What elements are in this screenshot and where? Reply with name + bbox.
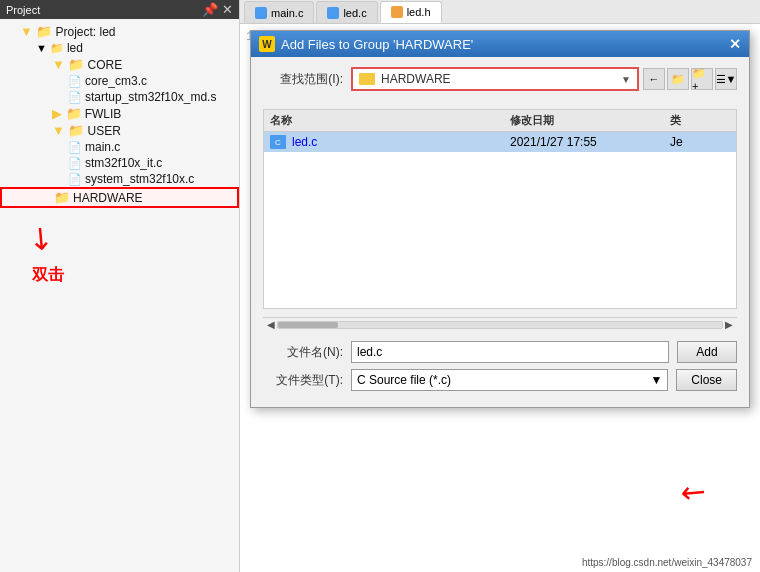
location-dropdown-arrow: ▼ xyxy=(621,74,631,85)
scroll-right[interactable]: ▶ xyxy=(723,319,735,330)
project-icon: ▼ 📁 xyxy=(20,24,52,39)
location-label: 查找范围(I): xyxy=(263,71,343,88)
dblclick-annotation: 双击 xyxy=(32,265,64,286)
watermark: https://blog.csdn.net/weixin_43478037 xyxy=(582,557,752,568)
location-bar: HARDWARE ▼ ← 📁 📁+ ☰▼ xyxy=(351,67,737,91)
location-folder: HARDWARE xyxy=(359,72,451,86)
right-arrow: ↗ xyxy=(672,473,714,516)
panel-titlebar: Project 📌 ✕ xyxy=(0,0,239,19)
scrollbar-thumb[interactable] xyxy=(278,322,338,328)
hardware-label: HARDWARE xyxy=(73,191,143,205)
fwlib-label: FWLIB xyxy=(85,107,122,121)
stm32-it-label: stm32f10x_it.c xyxy=(85,156,162,170)
tree-hardware[interactable]: 📁 HARDWARE xyxy=(0,187,239,208)
back-button[interactable]: ← xyxy=(643,68,665,90)
dialog-close-button[interactable]: ✕ xyxy=(729,36,741,52)
toolbar-icons: ← 📁 📁+ ☰▼ xyxy=(643,68,737,90)
filetype-row: 文件类型(T): C Source file (*.c) ▼ Close xyxy=(263,369,737,391)
main-c-icon: 📄 xyxy=(68,141,82,154)
project-panel: Project 📌 ✕ ▼ 📁 Project: led ▼ 📁 led ▼ 📁… xyxy=(0,0,240,572)
add-files-dialog: W Add Files to Group 'HARDWARE' ✕ 查找范围(I… xyxy=(250,30,750,408)
folder-up-button[interactable]: 📁 xyxy=(667,68,689,90)
close-panel-button[interactable]: ✕ xyxy=(222,3,233,16)
dialog-titlebar: W Add Files to Group 'HARDWARE' ✕ xyxy=(251,31,749,57)
dialog-form: 文件名(N): Add 文件类型(T): C Source file (*.c)… xyxy=(251,337,749,407)
scroll-left[interactable]: ◀ xyxy=(265,319,277,330)
view-button[interactable]: ☰▼ xyxy=(715,68,737,90)
file-row-name: led.c xyxy=(292,135,510,149)
location-value: HARDWARE xyxy=(381,72,451,86)
filetype-label: 文件类型(T): xyxy=(263,372,343,389)
project-label: Project: led xyxy=(55,25,115,39)
led-label: led xyxy=(67,41,83,55)
file-row-type: Je xyxy=(670,135,730,149)
tab-led-h-label: led.h xyxy=(407,6,431,18)
user-label: USER xyxy=(87,124,120,138)
dialog-title-text: Add Files to Group 'HARDWARE' xyxy=(281,37,473,52)
tree-user[interactable]: ▼ 📁 USER xyxy=(0,122,239,139)
tree-main-c[interactable]: 📄 main.c xyxy=(0,139,239,155)
location-folder-icon xyxy=(359,73,375,85)
file-list-header: 名称 修改日期 类 xyxy=(264,110,736,132)
main-area: main.c led.c led.h 1 W Add Files to Grou… xyxy=(240,0,760,572)
core-folder-icon: ▼ 📁 xyxy=(52,57,84,72)
dialog-title-left: W Add Files to Group 'HARDWARE' xyxy=(259,36,473,52)
filename-label: 文件名(N): xyxy=(263,344,343,361)
close-button[interactable]: Close xyxy=(676,369,737,391)
core-cm3-label: core_cm3.c xyxy=(85,74,147,88)
filetype-value: C Source file (*.c) xyxy=(357,373,451,387)
tree-led[interactable]: ▼ 📁 led xyxy=(0,40,239,56)
filename-input[interactable] xyxy=(351,341,669,363)
core-cm3-icon: 📄 xyxy=(68,75,82,88)
fwlib-icon: ▶ 📁 xyxy=(52,106,82,121)
panel-buttons: 📌 ✕ xyxy=(202,3,233,16)
file-list-body: C led.c 2021/1/27 17:55 Je xyxy=(264,132,736,308)
main-c-label: main.c xyxy=(85,140,120,154)
file-row-led-c[interactable]: C led.c 2021/1/27 17:55 Je xyxy=(264,132,736,152)
new-folder-button[interactable]: 📁+ xyxy=(691,68,713,90)
tree-core[interactable]: ▼ 📁 CORE xyxy=(0,56,239,73)
panel-title: Project xyxy=(6,4,40,16)
pin-button[interactable]: 📌 xyxy=(202,3,218,16)
led-folder-icon: ▼ 📁 xyxy=(36,42,64,55)
stm32-it-icon: 📄 xyxy=(68,157,82,170)
tree-stm32-it[interactable]: 📄 stm32f10x_it.c xyxy=(0,155,239,171)
filetype-arrow: ▼ xyxy=(650,373,662,387)
tab-led-h[interactable]: led.h xyxy=(380,1,442,23)
add-button-label: Add xyxy=(696,345,717,359)
col-name: 名称 xyxy=(270,113,510,128)
scrollbar-track[interactable] xyxy=(277,321,723,329)
startup-icon: 📄 xyxy=(68,91,82,104)
tree-project[interactable]: ▼ 📁 Project: led xyxy=(0,23,239,40)
dialog-title-icon: W xyxy=(259,36,275,52)
file-row-date: 2021/1/27 17:55 xyxy=(510,135,670,149)
file-list: 名称 修改日期 类 C led.c 2021/1/27 17:55 Je xyxy=(263,109,737,309)
add-button[interactable]: Add xyxy=(677,341,737,363)
startup-label: startup_stm32f10x_md.s xyxy=(85,90,216,104)
tree-fwlib[interactable]: ▶ 📁 FWLIB xyxy=(0,105,239,122)
col-date: 修改日期 xyxy=(510,113,670,128)
filetype-select[interactable]: C Source file (*.c) ▼ xyxy=(351,369,668,391)
hardware-icon: 📁 xyxy=(54,190,70,205)
close-button-label: Close xyxy=(691,373,722,387)
core-label: CORE xyxy=(87,58,122,72)
dialog-body: 查找范围(I): HARDWARE ▼ ← 📁 📁+ xyxy=(251,57,749,109)
filename-row: 文件名(N): Add xyxy=(263,341,737,363)
col-type: 类 xyxy=(670,113,730,128)
location-row: 查找范围(I): HARDWARE ▼ ← 📁 📁+ xyxy=(263,67,737,91)
system-stm32-icon: 📄 xyxy=(68,173,82,186)
tab-led-h-icon xyxy=(391,6,403,18)
location-dropdown[interactable]: HARDWARE ▼ xyxy=(351,67,639,91)
file-row-icon: C xyxy=(270,135,286,149)
user-icon: ▼ 📁 xyxy=(52,123,84,138)
system-stm32-label: system_stm32f10x.c xyxy=(85,172,194,186)
tree-startup[interactable]: 📄 startup_stm32f10x_md.s xyxy=(0,89,239,105)
tree-system-stm32[interactable]: 📄 system_stm32f10x.c xyxy=(0,171,239,187)
project-tree: ▼ 📁 Project: led ▼ 📁 led ▼ 📁 CORE 📄 core… xyxy=(0,19,239,569)
tree-core-cm3[interactable]: 📄 core_cm3.c xyxy=(0,73,239,89)
horizontal-scrollbar[interactable]: ◀ ▶ xyxy=(263,317,737,331)
dialog-overlay: W Add Files to Group 'HARDWARE' ✕ 查找范围(I… xyxy=(240,0,760,572)
